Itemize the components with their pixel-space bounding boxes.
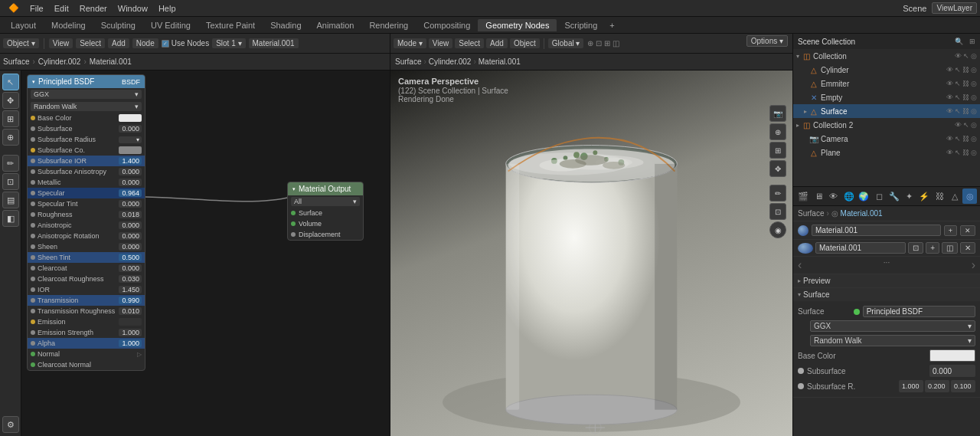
- random-walk-dropdown[interactable]: Random Walk▾: [810, 335, 975, 346]
- browse-mat-btn[interactable]: ⊡: [908, 242, 923, 254]
- viewport-pan-icon[interactable]: ✥: [769, 160, 786, 177]
- tab-geometry-nodes[interactable]: Geometry Nodes: [478, 19, 557, 31]
- tab-uv-editing[interactable]: UV Editing: [143, 19, 198, 31]
- node-canvas[interactable]: ↖ ✥ ⊞ ⊕ ✏ ⊡ ▤ ◧ ⚙ ▾ Principled BSDF BSDF: [0, 70, 390, 436]
- pl-link-icon[interactable]: ⛓: [962, 149, 969, 156]
- outliner-filter-icon[interactable]: 🔍: [955, 38, 963, 45]
- subsurface-r-val3[interactable]: 0.100: [951, 380, 975, 392]
- col-vis-icon[interactable]: 👁: [955, 52, 962, 60]
- cyl-sel-icon[interactable]: ↖: [955, 66, 961, 74]
- surface-section-header[interactable]: ▾ Surface: [793, 288, 980, 301]
- outliner-surface[interactable]: ▸ △ Surface 👁 ↖ ⛓ ◎: [793, 104, 980, 118]
- outliner-cylinder[interactable]: ▾ △ Cylinder 👁 ↖ ⛓ ◎: [793, 63, 980, 77]
- del-mat-btn[interactable]: ✕: [960, 242, 975, 254]
- pl-vis-icon[interactable]: 👁: [946, 149, 953, 156]
- ggx-dropdown[interactable]: GGX▾: [810, 320, 975, 332]
- render-prop-icon[interactable]: 🎬: [796, 188, 811, 204]
- object-prop-icon[interactable]: ◻: [872, 188, 887, 204]
- output-prop-icon[interactable]: 🖥: [812, 188, 826, 204]
- add-menu-btn[interactable]: Add: [108, 38, 129, 48]
- surface-value[interactable]: Principled BSDF: [863, 306, 975, 317]
- copy-mat-btn[interactable]: ◫: [942, 242, 958, 254]
- vp-select-btn[interactable]: Select: [455, 38, 484, 48]
- outliner-empty[interactable]: ▾ ✕ Empty 👁 ↖ ⛓ ◎: [793, 90, 980, 104]
- outliner-plane[interactable]: ▾ △ Plane 👁 ↖ ⛓ ◎: [793, 146, 980, 159]
- preview-header[interactable]: ▸ Preview: [793, 274, 980, 287]
- cam-sel-icon[interactable]: ↖: [955, 135, 961, 143]
- slot-selector[interactable]: Slot 1 ▾: [212, 38, 245, 48]
- surf-hide-icon[interactable]: ◎: [971, 107, 977, 115]
- viewport-canvas[interactable]: Camera Perspective (122) Scene Collectio…: [390, 70, 792, 436]
- window-menu[interactable]: Window: [113, 2, 153, 15]
- mat-prev-btn[interactable]: ‹: [798, 258, 802, 272]
- help-menu[interactable]: Help: [153, 2, 181, 15]
- col-sel-icon[interactable]: ↖: [963, 52, 969, 60]
- outliner-sort-icon[interactable]: ⊞: [969, 38, 975, 45]
- select-tool-icon[interactable]: ↖: [2, 74, 19, 90]
- outliner-camera[interactable]: ▾ 📷 Camera 👁 ↖ ⛓ ◎: [793, 132, 980, 146]
- edit-menu[interactable]: Edit: [49, 2, 74, 15]
- pl-sel-icon[interactable]: ↖: [955, 149, 961, 156]
- outliner-collection2[interactable]: ▸ ◫ Collection 2 👁 ↖ ◎: [793, 118, 980, 132]
- multiscatter-selector[interactable]: Random Walk▾: [28, 100, 145, 113]
- node-menu-btn[interactable]: Node: [132, 38, 158, 48]
- select-menu-btn[interactable]: Select: [76, 38, 105, 48]
- vp-global-selector[interactable]: Global ▾: [548, 38, 584, 48]
- scene-prop-icon[interactable]: 🌐: [841, 188, 856, 204]
- tab-compositing[interactable]: Compositing: [416, 19, 478, 31]
- tab-texture-paint[interactable]: Texture Paint: [198, 19, 263, 31]
- tab-sculpting[interactable]: Sculpting: [93, 19, 143, 31]
- emp-link-icon[interactable]: ⛓: [962, 93, 969, 101]
- render-icon[interactable]: ◉: [769, 221, 786, 238]
- vp-view-btn[interactable]: View: [429, 38, 453, 48]
- viewport-nav-icon[interactable]: ⊕: [769, 123, 786, 140]
- measure-icon[interactable]: ⊡: [769, 203, 786, 220]
- vp-object-btn[interactable]: Object: [510, 38, 540, 48]
- emp-sel-icon[interactable]: ↖: [955, 93, 961, 101]
- use-nodes-checkbox[interactable]: ✓: [162, 40, 169, 48]
- modifier-prop-icon[interactable]: 🔧: [887, 188, 902, 204]
- material-selector[interactable]: Material.001: [249, 38, 299, 48]
- outliner-collection[interactable]: ▾ ◫ Collection 👁 ↖ ◎: [793, 49, 980, 63]
- tab-shading[interactable]: Shading: [263, 19, 309, 31]
- em-vis-icon[interactable]: 👁: [946, 80, 953, 87]
- cube-icon[interactable]: ◧: [2, 210, 19, 227]
- surf-sel-icon[interactable]: ↖: [955, 107, 961, 115]
- render-menu[interactable]: Render: [74, 2, 113, 15]
- view-prop-icon[interactable]: 👁: [827, 188, 841, 204]
- base-color-swatch[interactable]: [929, 349, 975, 362]
- move-tool-icon[interactable]: ✥: [2, 92, 19, 109]
- blender-menu[interactable]: 🔶: [3, 2, 24, 15]
- c2-sel-icon[interactable]: ↖: [963, 121, 969, 129]
- add-workspace-btn[interactable]: +: [605, 19, 619, 31]
- em-sel-icon[interactable]: ↖: [955, 80, 961, 87]
- material-name-input[interactable]: Material.001: [812, 225, 941, 236]
- surf-link-icon[interactable]: ⛓: [962, 107, 969, 115]
- material-output-node[interactable]: ▾ Material Output All▾ Surface Volume: [287, 182, 364, 241]
- view-menu-btn[interactable]: View: [49, 38, 74, 48]
- subsurface-r-val2[interactable]: 0.200: [925, 380, 949, 392]
- physics-prop-icon[interactable]: ⚡: [917, 188, 932, 204]
- browse-mat-name[interactable]: Material.001: [815, 242, 906, 254]
- c2-vis-icon[interactable]: 👁: [955, 121, 962, 129]
- link-icon[interactable]: ⊡: [2, 173, 19, 190]
- viewport-zoom-icon[interactable]: ⊞: [769, 142, 786, 159]
- surf-vis-icon[interactable]: 👁: [946, 107, 953, 115]
- new-mat-btn[interactable]: +: [926, 242, 939, 254]
- material-add-btn[interactable]: +: [944, 225, 957, 236]
- em-hide-icon[interactable]: ◎: [971, 80, 977, 87]
- cyl-link-icon[interactable]: ⛓: [962, 66, 969, 74]
- graph-icon[interactable]: ▤: [2, 192, 19, 208]
- em-link-icon[interactable]: ⛓: [962, 80, 969, 87]
- view-layer-btn[interactable]: ViewLayer: [932, 2, 977, 14]
- cyl-vis-icon[interactable]: 👁: [946, 66, 953, 74]
- world-prop-icon[interactable]: 🌍: [857, 188, 871, 204]
- use-nodes-checkbox-row[interactable]: ✓ Use Nodes: [162, 39, 209, 48]
- tab-layout[interactable]: Layout: [3, 19, 44, 31]
- material-del-btn[interactable]: ✕: [960, 225, 975, 236]
- tab-scripting[interactable]: Scripting: [557, 19, 605, 31]
- tab-modeling[interactable]: Modeling: [44, 19, 93, 31]
- particles-prop-icon[interactable]: ✦: [902, 188, 916, 204]
- data-prop-icon[interactable]: △: [948, 188, 962, 204]
- emp-hide-icon[interactable]: ◎: [971, 93, 977, 101]
